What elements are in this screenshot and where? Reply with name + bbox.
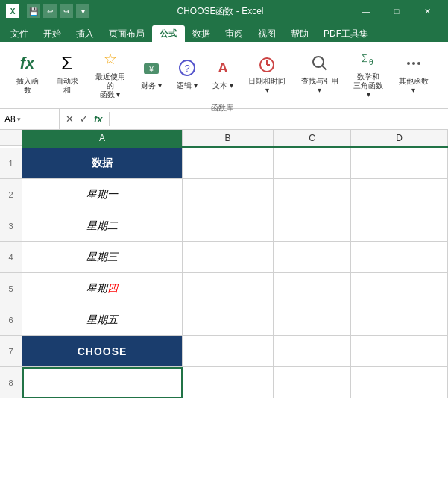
cell-a7[interactable]: CHOOSE <box>22 336 183 367</box>
cell-a6[interactable]: 星期五 <box>22 304 183 336</box>
tab-help[interactable]: 帮助 <box>283 25 316 42</box>
name-box-dropdown[interactable]: ▾ <box>16 116 22 123</box>
svg-text:A: A <box>218 60 227 75</box>
cell-c2[interactable] <box>274 179 351 210</box>
cell-c1[interactable] <box>274 148 351 179</box>
col-header-d[interactable]: D <box>351 130 448 146</box>
ribbon-buttons: fx 插入函数 Σ 自动求和 ☆ 最近使用的函数 ▾ ¥ 财务 ▾ <box>9 45 435 101</box>
cell-b7[interactable] <box>183 336 274 367</box>
svg-point-12 <box>407 62 410 65</box>
minimize-button[interactable]: — <box>351 0 381 22</box>
cell-d2[interactable] <box>351 179 448 210</box>
financial-icon: ¥ <box>139 56 163 80</box>
cell-a5[interactable]: 星期四 <box>22 273 183 304</box>
more-functions-label: 其他函数 ▾ <box>396 77 431 95</box>
row-num-3[interactable]: 3 <box>0 210 22 242</box>
cell-c8[interactable] <box>274 367 351 398</box>
row-num-8[interactable]: 8 <box>0 367 22 398</box>
more-functions-button[interactable]: 其他函数 ▾ <box>392 49 435 97</box>
table-row: 星期二 <box>22 210 448 242</box>
cell-b5[interactable] <box>183 273 274 304</box>
restore-button[interactable]: □ <box>382 0 411 22</box>
cell-c5[interactable] <box>274 273 351 304</box>
row-num-4[interactable]: 4 <box>0 242 22 273</box>
cell-d5[interactable] <box>351 273 448 304</box>
datetime-icon <box>255 51 279 75</box>
cell-b6[interactable] <box>183 304 274 336</box>
tab-formula[interactable]: 公式 <box>152 25 185 42</box>
undo-button[interactable]: ↩ <box>43 4 57 18</box>
tab-insert[interactable]: 插入 <box>69 25 101 42</box>
cell-c3[interactable] <box>274 210 351 242</box>
grid-area: 数据 星期一 星期二 星期三 <box>22 148 448 398</box>
row-num-2[interactable]: 2 <box>0 179 22 210</box>
cell-d6[interactable] <box>351 304 448 336</box>
tab-page-layout[interactable]: 页面布局 <box>101 25 152 42</box>
cell-b2[interactable] <box>183 179 274 210</box>
datetime-button[interactable]: 日期和时间 ▾ <box>242 49 291 97</box>
tab-view[interactable]: 视图 <box>250 25 283 42</box>
tab-file[interactable]: 文件 <box>3 25 36 42</box>
cell-d1[interactable] <box>351 148 448 179</box>
tab-review[interactable]: 审阅 <box>218 25 250 42</box>
save-button[interactable]: 💾 <box>27 4 40 18</box>
row-num-6[interactable]: 6 <box>0 304 22 336</box>
financial-button[interactable]: ¥ 财务 ▾ <box>135 54 168 93</box>
cell-b4[interactable] <box>183 242 274 273</box>
cell-b8[interactable] <box>183 367 274 398</box>
ribbon-group-functions: fx 插入函数 Σ 自动求和 ☆ 最近使用的函数 ▾ ¥ 财务 ▾ <box>6 45 442 106</box>
cell-c4[interactable] <box>274 242 351 273</box>
quick-access-more-button[interactable]: ▾ <box>76 4 89 18</box>
row-num-7[interactable]: 7 <box>0 336 22 367</box>
logical-button[interactable]: ? 逻辑 ▾ <box>171 54 204 93</box>
datetime-label: 日期和时间 ▾ <box>246 77 288 95</box>
cell-a2[interactable]: 星期一 <box>22 179 183 210</box>
table-row: 星期五 <box>22 304 448 336</box>
cell-c7[interactable] <box>274 336 351 367</box>
close-button[interactable]: ✕ <box>412 0 442 22</box>
cell-d3[interactable] <box>351 210 448 242</box>
col-header-a[interactable]: A <box>22 130 183 146</box>
col-header-c[interactable]: C <box>274 130 351 146</box>
recently-used-label: 最近使用的函数 ▾ <box>92 72 128 99</box>
autosum-label: 自动求和 <box>52 77 81 95</box>
cell-a8[interactable] <box>22 367 183 398</box>
cell-a1[interactable]: 数据 <box>22 148 183 179</box>
window-controls: — □ ✕ <box>351 0 442 22</box>
name-box[interactable]: A8 ▾ <box>0 109 60 129</box>
app-icon: X <box>6 4 19 18</box>
cancel-formula-button[interactable]: ✕ <box>64 112 75 126</box>
logical-label: 逻辑 ▾ <box>177 81 198 90</box>
cell-d8[interactable] <box>351 367 448 398</box>
math-button[interactable]: ∑θ 数学和三角函数 ▾ <box>347 45 390 101</box>
insert-function-fx-button[interactable]: fx <box>92 112 104 126</box>
cell-c6[interactable] <box>274 304 351 336</box>
text-button[interactable]: A 文本 ▾ <box>206 54 239 93</box>
svg-point-8 <box>313 57 324 67</box>
autosum-button[interactable]: Σ 自动求和 <box>48 49 85 97</box>
financial-label: 财务 ▾ <box>141 81 162 90</box>
name-box-value: A8 <box>4 114 16 125</box>
tab-home[interactable]: 开始 <box>36 25 69 42</box>
lookup-button[interactable]: 查找与引用 ▾ <box>294 49 344 97</box>
row-num-5[interactable]: 5 <box>0 273 22 304</box>
cell-d4[interactable] <box>351 242 448 273</box>
red-char: 四 <box>107 282 118 295</box>
tab-pdf-tools[interactable]: PDF工具集 <box>316 25 376 42</box>
logical-icon: ? <box>175 56 199 80</box>
table-row: 星期四 <box>22 273 448 304</box>
redo-button[interactable]: ↪ <box>60 4 73 18</box>
cell-b3[interactable] <box>183 210 274 242</box>
functions-group-label: 函数库 <box>211 103 233 116</box>
insert-function-button[interactable]: fx 插入函数 <box>9 49 45 97</box>
cell-a4[interactable]: 星期三 <box>22 242 183 273</box>
row-num-1[interactable]: 1 <box>0 148 22 179</box>
recently-used-button[interactable]: ☆ 最近使用的函数 ▾ <box>88 45 132 101</box>
column-headers-row: A B C D <box>0 130 448 148</box>
tab-data[interactable]: 数据 <box>185 25 218 42</box>
cell-b1[interactable] <box>183 148 274 179</box>
col-header-b[interactable]: B <box>183 130 274 146</box>
confirm-formula-button[interactable]: ✓ <box>78 112 89 126</box>
cell-a3[interactable]: 星期二 <box>22 210 183 242</box>
cell-d7[interactable] <box>351 336 448 367</box>
